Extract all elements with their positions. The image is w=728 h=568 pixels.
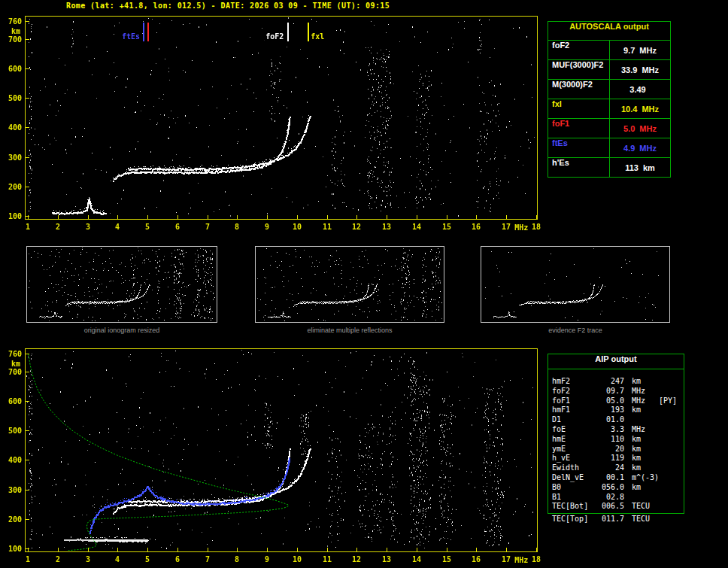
aip-note	[657, 502, 684, 512]
parameter-label: foF1	[548, 119, 610, 138]
thumb-eliminate-canvas	[256, 247, 444, 322]
autoscala-table-row: M(3000)F23.49	[548, 80, 670, 99]
autoscala-table-row: ftEs4.9MHz	[548, 138, 670, 158]
aip-value: 110	[599, 435, 624, 445]
parameter-label: foF2	[548, 41, 610, 59]
aip-label: hmF2	[552, 377, 599, 387]
autoscala-table-row: foF29.7MHz	[548, 41, 670, 60]
parameter-value: 113km	[610, 158, 670, 177]
aip-unit	[624, 415, 657, 425]
aip-unit: km	[624, 405, 657, 415]
aip-note	[657, 425, 684, 435]
parameter-value: 3.49	[610, 80, 670, 99]
aip-label: ymE	[552, 445, 599, 454]
autoscala-ionogram-plot	[0, 10, 544, 235]
autoscala-table-row: h'Es113km	[548, 158, 670, 177]
autoscala-table-row: MUF(3000)F233.9MHz	[548, 60, 670, 80]
aip-note	[657, 435, 684, 445]
aip-value: 3.3	[599, 425, 624, 435]
aip-value: 20	[599, 445, 624, 454]
aip-label: h_vE	[552, 454, 599, 463]
autoscala-panel-title: AUTOSCALA output	[548, 22, 670, 41]
thumb-evidence-canvas	[481, 247, 669, 322]
aip-unit: m^(-3)	[624, 473, 657, 483]
parameter-value: 4.9MHz	[610, 138, 670, 157]
parameter-label: ftEs	[548, 138, 610, 157]
aip-note	[657, 483, 684, 493]
parameter-label: M(3000)F2	[548, 80, 610, 99]
aip-unit: TECU	[624, 502, 657, 512]
aip-note	[657, 515, 684, 524]
aip-panel-title: AIP output	[548, 354, 684, 369]
aip-label: DelN_vE	[552, 473, 599, 483]
aip-label: TEC[Top]	[552, 515, 599, 524]
aip-note	[657, 405, 684, 415]
parameter-value: 33.9MHz	[610, 60, 670, 79]
autoscala-table-row: foF15.0MHz	[548, 119, 670, 138]
aip-value: 119	[599, 454, 624, 463]
aip-table-row: hmF1193km	[548, 405, 684, 415]
parameter-value: 9.7MHz	[610, 41, 670, 59]
aip-output-panel: AIP output hmF2247kmfoF209.7MHzfoF105.0M…	[548, 354, 684, 514]
thumb-caption-evidence: evidence F2 trace	[481, 327, 670, 334]
aip-value: 006.5	[599, 502, 624, 512]
aip-value: 247	[599, 377, 624, 387]
aip-table-row: Ewidth24km	[548, 463, 684, 473]
aip-note	[657, 445, 684, 454]
aip-note	[657, 415, 684, 425]
aip-table-row: foF105.0MHz[PY]	[548, 396, 684, 406]
aip-unit: km	[624, 454, 657, 463]
aip-label: hmE	[552, 435, 599, 445]
aip-table-row: D101.0	[548, 415, 684, 425]
aip-unit: km	[624, 435, 657, 445]
autoscala-output-panel: AUTOSCALA output foF29.7MHzMUF(3000)F233…	[548, 21, 671, 178]
aip-value: 24	[599, 463, 624, 473]
aip-label: D1	[552, 415, 599, 425]
aip-unit: TECU	[624, 515, 657, 524]
aip-label: B1	[552, 493, 599, 503]
thumb-evidence-f2	[481, 246, 670, 323]
parameter-value: 5.0MHz	[610, 119, 670, 138]
aip-value: 02.8	[599, 493, 624, 503]
aip-value: 00.1	[599, 473, 624, 483]
aip-value: 193	[599, 405, 624, 415]
aip-note	[657, 493, 684, 503]
aip-note	[657, 377, 684, 387]
aip-table-row: TEC[Bot]006.5TECU	[548, 502, 684, 512]
aip-note	[657, 454, 684, 463]
aip-unit: km	[624, 483, 657, 493]
parameter-value: 10.4MHz	[610, 99, 670, 118]
aip-table-row: B102.8	[548, 493, 684, 503]
aip-unit: MHz	[624, 396, 657, 406]
aip-label: foF2	[552, 387, 599, 396]
parameter-label: h'Es	[548, 158, 610, 177]
aip-note	[657, 463, 684, 473]
aip-label: B0	[552, 483, 599, 493]
aip-ionogram-plot	[0, 342, 544, 568]
thumb-caption-eliminate: eliminate multiple reflections	[255, 327, 444, 334]
aip-table-row: hmF2247km	[548, 377, 684, 387]
aip-label: foE	[552, 425, 599, 435]
tec-top-row-container: TEC[Top]011.7TECU	[548, 515, 684, 524]
parameter-label: MUF(3000)F2	[548, 60, 610, 79]
aip-table-row: ymE20km	[548, 445, 684, 454]
aip-rows: hmF2247kmfoF209.7MHzfoF105.0MHz[PY]hmF11…	[548, 369, 684, 513]
aip-value: 011.7	[599, 515, 624, 524]
aip-value: 01.0	[599, 415, 624, 425]
autoscala-rows: foF29.7MHzMUF(3000)F233.9MHzM(3000)F23.4…	[548, 41, 670, 177]
thumb-original-ionogram	[26, 246, 217, 323]
aip-unit: km	[624, 445, 657, 454]
thumb-original-canvas	[27, 247, 217, 322]
aip-note: [PY]	[657, 396, 684, 406]
aip-table-row: h_vE119km	[548, 454, 684, 463]
aip-label: TEC[Bot]	[552, 502, 599, 512]
parameter-label: fxl	[548, 99, 610, 118]
aip-unit: MHz	[624, 425, 657, 435]
aip-unit: km	[624, 463, 657, 473]
aip-table-row: foE3.3MHz	[548, 425, 684, 435]
aip-unit: MHz	[624, 387, 657, 396]
aip-table-row: B0056.0km	[548, 483, 684, 493]
aip-unit	[624, 493, 657, 503]
aip-unit: km	[624, 377, 657, 387]
thumb-eliminate-multiples	[255, 246, 444, 323]
